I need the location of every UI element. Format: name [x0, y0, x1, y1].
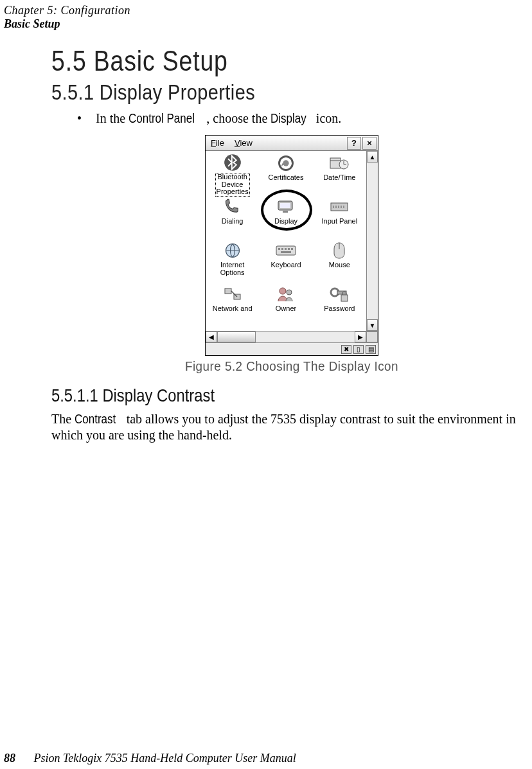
icon-network[interactable]: Network and: [206, 282, 259, 326]
icon-label: Certificates: [268, 174, 303, 182]
page-number: 88: [4, 752, 15, 765]
keyboard-icon: [275, 241, 297, 260]
window-body: Bluetooth Device Properties Certificates…: [206, 151, 378, 331]
vertical-scrollbar[interactable]: ▲ ▼: [366, 151, 378, 331]
contrast-paragraph: The Contrast tab allows you to adjust th…: [51, 411, 527, 443]
svg-rect-22: [288, 248, 290, 250]
svg-rect-9: [280, 203, 290, 208]
svg-rect-3: [330, 158, 341, 168]
icon-label: Password: [324, 305, 355, 313]
icon-password[interactable]: Password: [313, 282, 366, 326]
icon-label: Keyboard: [270, 261, 301, 269]
icon-datetime[interactable]: Date/Time: [313, 151, 366, 195]
bullet-pre: In the: [96, 111, 129, 125]
mouse-icon: [328, 241, 350, 260]
internet-options-icon: [222, 241, 244, 260]
svg-rect-23: [291, 248, 293, 250]
menu-file[interactable]: File: [206, 138, 229, 148]
horizontal-scrollbar[interactable]: ◀ ▶: [206, 331, 378, 342]
icon-label: Mouse: [329, 261, 350, 269]
svg-rect-19: [278, 248, 280, 250]
svg-point-30: [287, 290, 292, 295]
icon-label: Dialing: [222, 218, 244, 225]
heading-5-5: 5.5 Basic Setup: [51, 45, 460, 77]
section-label: Basic Setup: [4, 17, 130, 31]
bullet-dot: •: [77, 111, 82, 126]
taskbar: ✖ ▯ ▤: [206, 342, 378, 355]
icon-label: Display: [274, 218, 297, 225]
scroll-corner: [366, 331, 378, 342]
icon-label: Date/Time: [323, 174, 355, 182]
scroll-track-h[interactable]: [256, 331, 355, 342]
password-icon: [328, 285, 350, 304]
owner-icon: [275, 285, 297, 304]
svg-rect-26: [225, 288, 231, 294]
icon-label: Internet Options: [220, 261, 245, 276]
menu-view-rest: iew: [240, 138, 253, 148]
dialing-icon: [222, 197, 244, 217]
icon-mouse[interactable]: Mouse: [313, 238, 366, 282]
svg-rect-33: [341, 295, 348, 301]
icon-display[interactable]: Display: [259, 195, 312, 238]
svg-rect-18: [276, 246, 296, 255]
page-footer: 88 Psion Teklogix 7535 Hand-Held Compute…: [4, 752, 296, 765]
icon-internet-options[interactable]: Internet Options: [206, 238, 259, 282]
icon-grid: Bluetooth Device Properties Certificates…: [206, 151, 366, 331]
svg-rect-21: [285, 248, 287, 250]
bullet-text: In the Control Panel, choose the Display…: [96, 111, 341, 126]
menu-view[interactable]: View: [229, 138, 258, 148]
instruction-bullet: • In the Control Panel, choose the Displ…: [77, 111, 532, 126]
icon-label: Owner: [276, 305, 296, 313]
para-rest: tab allows you to adjust the 7535 displa…: [51, 412, 516, 442]
svg-rect-20: [281, 248, 283, 250]
heading-5-5-1-1: 5.5.1.1 Display Contrast: [51, 385, 460, 406]
svg-point-29: [279, 288, 286, 294]
heading-5-5-1: 5.5.1 Display Properties: [51, 80, 460, 105]
input-panel-icon: [328, 197, 350, 217]
help-button[interactable]: ?: [347, 137, 361, 150]
icon-owner[interactable]: Owner: [259, 282, 312, 326]
scroll-track[interactable]: [367, 163, 378, 319]
display-icon: [275, 197, 297, 217]
icon-label: Input Panel: [322, 218, 358, 225]
book-title: Psion Teklogix 7535 Hand-Held Computer U…: [34, 752, 296, 765]
icon-dialing[interactable]: Dialing: [206, 195, 259, 238]
icon-bluetooth[interactable]: Bluetooth Device Properties: [206, 151, 259, 195]
bullet-mid: , choose the: [206, 111, 270, 125]
scroll-down-button[interactable]: ▼: [367, 319, 378, 331]
icon-keyboard[interactable]: Keyboard: [259, 238, 312, 282]
contrast-term: Contrast: [75, 411, 116, 427]
tray-icon-a[interactable]: ✖: [341, 345, 351, 354]
control-panel-window: File View ? × Bluetooth Device Propertie…: [205, 135, 378, 356]
icon-label: Bluetooth Device Properties: [215, 173, 250, 197]
tray-icon-c[interactable]: ▤: [366, 345, 376, 354]
svg-rect-10: [283, 211, 288, 213]
icon-certificates[interactable]: Certificates: [259, 151, 312, 195]
window-titlebar: File View ? ×: [206, 136, 378, 151]
display-term: Display: [270, 111, 306, 126]
figure-caption: Figure 5.2 Choosing The Display Icon: [75, 358, 508, 374]
page-content: 5.5 Basic Setup 5.5.1 Display Properties…: [51, 45, 532, 443]
chapter-label: Chapter 5: Configuration: [4, 4, 130, 17]
tray-icon-b[interactable]: ▯: [353, 345, 364, 354]
icon-input-panel[interactable]: Input Panel: [313, 195, 366, 238]
bullet-post: icon.: [313, 111, 341, 125]
menu-file-rest: ile: [216, 138, 224, 148]
datetime-icon: [328, 154, 350, 173]
page-header: Chapter 5: Configuration Basic Setup: [4, 4, 130, 30]
scroll-left-button[interactable]: ◀: [206, 331, 217, 342]
svg-rect-24: [281, 251, 291, 253]
scroll-up-button[interactable]: ▲: [367, 151, 378, 163]
scroll-right-button[interactable]: ▶: [355, 331, 366, 342]
certificates-icon: [275, 154, 297, 173]
bluetooth-icon: [222, 154, 244, 172]
network-icon: [222, 285, 244, 304]
close-button[interactable]: ×: [362, 137, 377, 150]
para-pre: The: [51, 412, 75, 426]
control-panel-term: Control Panel: [129, 111, 195, 126]
scroll-thumb[interactable]: [217, 331, 256, 342]
icon-label: Network and: [213, 305, 253, 313]
